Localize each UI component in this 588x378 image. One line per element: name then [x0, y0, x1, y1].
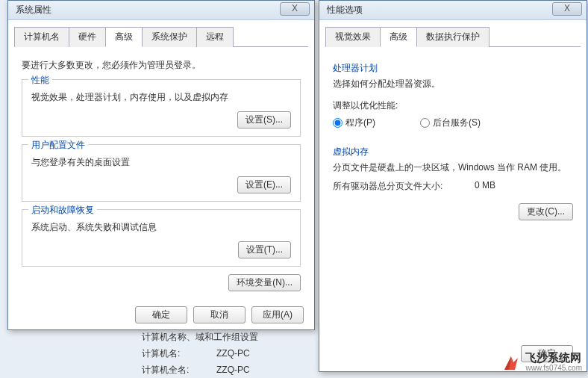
titlebar[interactable]: 系统属性 X [8, 1, 314, 20]
watermark-url: www.fs0745.com [525, 363, 582, 374]
close-button[interactable]: X [552, 2, 582, 16]
close-icon: X [292, 3, 298, 13]
tab-strip: 计算机名 硬件 高级 系统保护 远程 [14, 26, 308, 47]
apply-button[interactable]: 应用(A) [251, 306, 304, 323]
user-profile-desc: 与您登录有关的桌面设置 [31, 156, 291, 169]
performance-settings-button[interactable]: 设置(S)... [237, 111, 291, 128]
performance-group-title: 性能 [28, 74, 52, 87]
tab-content: 处理器计划 选择如何分配处理器资源。 调整以优化性能: 程序(P) 后台服务(S… [319, 47, 587, 229]
dialog-buttons: 确定 取消 应用(A) [8, 300, 314, 329]
cpu-schedule-title: 处理器计划 [333, 62, 573, 75]
window-title: 系统属性 [16, 4, 51, 16]
bg-computer-name-value: ZZQ-PC [216, 345, 250, 362]
tab-content: 要进行大多数更改，您必须作为管理员登录。 性能 视觉效果，处理器计划，内存使用，… [8, 47, 314, 300]
bg-computer-fullname-label: 计算机全名: [142, 362, 216, 378]
performance-desc: 视觉效果，处理器计划，内存使用，以及虚拟内存 [31, 91, 291, 104]
background-system-info: 计算机名称、域和工作组设置 计算机名: ZZQ-PC 计算机全名: ZZQ-PC [142, 329, 258, 378]
user-profile-settings-button[interactable]: 设置(E)... [237, 176, 291, 193]
tab-dep[interactable]: 数据执行保护 [416, 27, 490, 47]
change-virtual-memory-button[interactable]: 更改(C)... [519, 203, 573, 220]
radio-background-input[interactable] [420, 118, 430, 128]
tab-system-protection[interactable]: 系统保护 [142, 27, 197, 47]
bg-heading: 计算机名称、域和工作组设置 [142, 329, 258, 345]
window-title: 性能选项 [327, 4, 363, 16]
user-profile-group-title: 用户配置文件 [28, 139, 88, 152]
virtual-memory-desc: 分页文件是硬盘上的一块区域，Windows 当作 RAM 使用。 [333, 161, 573, 174]
titlebar[interactable]: 性能选项 X [319, 1, 587, 20]
tab-advanced[interactable]: 高级 [380, 27, 417, 47]
watermark: 飞沙系统网 www.fs0745.com [501, 353, 582, 374]
tab-advanced[interactable]: 高级 [105, 27, 143, 47]
startup-recovery-group-title: 启动和故障恢复 [28, 204, 97, 217]
cancel-button[interactable]: 取消 [193, 306, 245, 323]
radio-programs-label: 程序(P) [345, 117, 375, 129]
watermark-logo-icon [501, 353, 521, 373]
bg-computer-name-label: 计算机名: [142, 345, 216, 362]
bg-computer-fullname-value: ZZQ-PC [216, 362, 250, 378]
environment-variables-button[interactable]: 环境变量(N)... [228, 274, 301, 291]
tab-computer-name[interactable]: 计算机名 [14, 27, 69, 47]
pagefile-size-label: 所有驱动器总分页文件大小: [333, 180, 475, 193]
radio-programs[interactable]: 程序(P) [333, 117, 375, 129]
close-icon: X [564, 3, 570, 13]
adjust-label: 调整以优化性能: [333, 99, 573, 112]
user-profile-group: 用户配置文件 与您登录有关的桌面设置 设置(E)... [22, 144, 301, 202]
startup-recovery-settings-button[interactable]: 设置(T)... [238, 241, 291, 258]
cpu-schedule-desc: 选择如何分配处理器资源。 [333, 78, 573, 90]
system-properties-window: 系统属性 X 计算机名 硬件 高级 系统保护 远程 要进行大多数更改，您必须作为… [7, 0, 315, 330]
radio-background-label: 后台服务(S) [433, 117, 481, 129]
radio-programs-input[interactable] [333, 118, 343, 128]
tab-strip: 视觉效果 高级 数据执行保护 [325, 26, 581, 47]
radio-background-services[interactable]: 后台服务(S) [420, 117, 481, 129]
pagefile-size-value: 0 MB [475, 180, 495, 193]
tab-hardware[interactable]: 硬件 [69, 27, 106, 47]
performance-group: 性能 视觉效果，处理器计划，内存使用，以及虚拟内存 设置(S)... [22, 79, 301, 137]
startup-recovery-desc: 系统启动、系统失败和调试信息 [31, 221, 291, 234]
close-button[interactable]: X [280, 2, 310, 16]
ok-button[interactable]: 确定 [135, 306, 187, 323]
tab-visual-effects[interactable]: 视觉效果 [325, 27, 381, 47]
admin-note: 要进行大多数更改，您必须作为管理员登录。 [22, 59, 301, 72]
tab-remote[interactable]: 远程 [196, 27, 234, 47]
startup-recovery-group: 启动和故障恢复 系统启动、系统失败和调试信息 设置(T)... [22, 209, 301, 267]
performance-options-window: 性能选项 X 视觉效果 高级 数据执行保护 处理器计划 选择如何分配处理器资源。… [319, 0, 587, 372]
virtual-memory-title: 虚拟内存 [333, 146, 573, 158]
watermark-title: 飞沙系统网 [525, 353, 582, 363]
